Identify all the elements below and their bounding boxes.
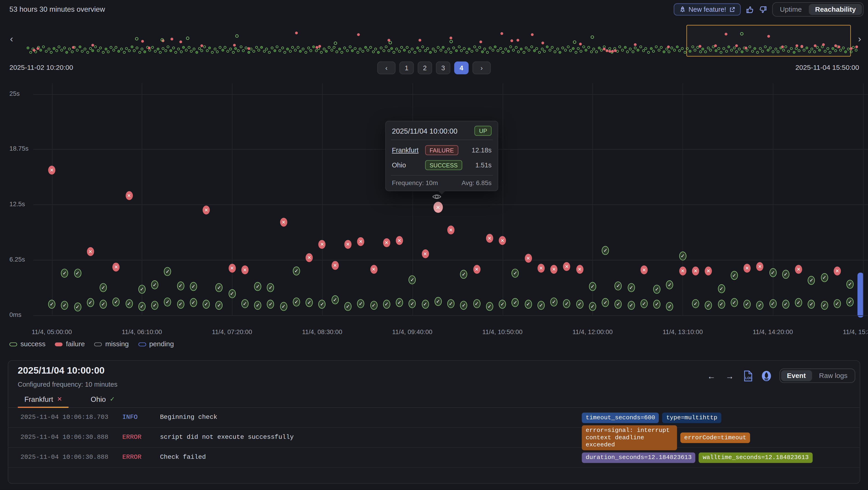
chart-point-ohio[interactable]: ✓ (48, 300, 55, 309)
chart-point-ohio[interactable]: ✓ (357, 299, 364, 308)
chart-point-ohio[interactable]: ✓ (550, 297, 557, 306)
chart-point-frankfurt[interactable]: ✕ (319, 240, 326, 249)
chart-point-frankfurt[interactable]: ✓ (164, 267, 171, 276)
chart-point-ohio[interactable]: ✓ (756, 301, 764, 310)
chart-point-frankfurt[interactable]: ✕ (473, 264, 480, 273)
chart-point-frankfurt[interactable]: ✓ (267, 283, 274, 292)
chart-point-frankfurt[interactable]: ✕ (203, 205, 210, 214)
chart-point-ohio[interactable]: ✓ (473, 299, 480, 308)
chart-point-frankfurt[interactable]: ✕ (306, 253, 313, 262)
chart-point-frankfurt[interactable]: ✓ (666, 281, 673, 290)
chart-point-frankfurt[interactable]: ✕ (641, 265, 648, 275)
chart-point-ohio[interactable]: ✓ (319, 300, 326, 309)
chart-point-frankfurt[interactable]: ✕ (433, 202, 443, 213)
chart-point-frankfurt[interactable]: ✕ (550, 264, 557, 273)
chart-point-ohio[interactable]: ✓ (821, 301, 828, 310)
chart-point-ohio[interactable]: ✓ (653, 300, 660, 309)
chart-point-ohio[interactable]: ✓ (370, 301, 377, 310)
chart-point-ohio[interactable]: ✓ (679, 252, 686, 260)
legend-item-pending[interactable]: pending (138, 340, 174, 348)
chart-point-ohio[interactable]: ✓ (344, 302, 351, 311)
chart-point-frankfurt[interactable]: ✓ (216, 283, 223, 292)
chart-point-frankfurt[interactable]: ✕ (486, 234, 493, 243)
chart-scrollbar-thumb[interactable] (858, 272, 864, 317)
thumbs-up-icon[interactable] (745, 5, 754, 13)
region-tab-frankfurt[interactable]: Frankfurt✕ (18, 391, 69, 407)
chart-point-ohio[interactable]: ✓ (306, 298, 313, 307)
chart-point-frankfurt[interactable]: ✕ (525, 254, 532, 263)
chart-point-ohio[interactable]: ✓ (666, 302, 673, 311)
chart-point-frankfurt[interactable]: ✕ (743, 264, 750, 272)
pagination-prev-button[interactable]: ‹ (377, 61, 396, 75)
chart-point-ohio[interactable]: ✓ (718, 300, 725, 309)
chart-point-ohio[interactable]: ✓ (396, 298, 403, 307)
chart-point-frankfurt[interactable]: ✕ (396, 236, 403, 245)
chart-point-ohio[interactable]: ✓ (383, 300, 390, 309)
chart-point-ohio[interactable]: ✓ (795, 298, 802, 307)
chart-point-frankfurt[interactable]: ✕ (344, 240, 351, 249)
chart-point-ohio[interactable]: ✓ (61, 301, 68, 310)
chart-point-ohio[interactable]: ✓ (834, 299, 841, 308)
chart-point-ohio[interactable]: ✓ (254, 301, 261, 310)
chart-point-ohio[interactable]: ✓ (589, 302, 596, 311)
log-tab-raw-logs[interactable]: Raw logs (813, 370, 854, 381)
log-file-icon[interactable]: LOG (743, 370, 753, 382)
chart-point-frankfurt[interactable]: ✓ (782, 270, 789, 279)
chart-point-ohio[interactable]: ✓ (525, 300, 532, 309)
chart-point-frankfurt[interactable]: ✕ (228, 264, 236, 272)
chart-point-frankfurt[interactable]: ✓ (512, 269, 519, 278)
chart-point-frankfurt[interactable]: ✓ (254, 282, 261, 291)
chart-point-ohio[interactable]: ✓ (447, 299, 455, 308)
chart-point-ohio[interactable]: ✓ (280, 302, 287, 311)
chart-point-frankfurt[interactable]: ✓ (138, 285, 146, 294)
chart-point-frankfurt[interactable]: ✓ (628, 283, 635, 292)
chart-point-ohio[interactable]: ✓ (808, 300, 815, 309)
chart-point-frankfurt[interactable]: ✕ (241, 265, 248, 275)
chart-point-ohio[interactable]: ✓ (113, 297, 120, 306)
chart-point-frankfurt[interactable]: ✓ (589, 282, 596, 291)
chart-point-frankfurt[interactable]: ✕ (537, 264, 545, 272)
chart-point-ohio[interactable]: ✓ (460, 301, 467, 310)
chart-point-ohio[interactable]: ✓ (99, 300, 107, 309)
chart-point-ohio[interactable]: ✓ (499, 300, 506, 309)
chart-point-ohio[interactable]: ✓ (576, 300, 583, 309)
chart-point-ohio[interactable]: ✓ (769, 299, 776, 308)
chart-point-frankfurt[interactable]: ✓ (718, 284, 725, 293)
chart-point-ohio[interactable]: ✓ (705, 301, 712, 310)
chart-point-frankfurt[interactable]: ✓ (808, 276, 815, 285)
chart-point-frankfurt[interactable]: ✕ (795, 264, 802, 273)
chart-point-frankfurt[interactable]: ✓ (846, 280, 854, 289)
previous-check-button[interactable]: ← (706, 371, 717, 380)
chart-point-ohio[interactable]: ✓ (641, 299, 648, 308)
chart-point-frankfurt[interactable]: ✓ (99, 283, 107, 292)
chart-point-ohio[interactable]: ✓ (151, 301, 158, 310)
chart-point-frankfurt[interactable]: ✕ (447, 226, 455, 235)
pagination-page-1[interactable]: 1 (399, 61, 414, 75)
chart-point-ohio[interactable]: ✓ (228, 289, 236, 298)
chart-point-ohio[interactable]: ✓ (164, 297, 171, 306)
chart-point-ohio[interactable]: ✓ (216, 301, 223, 310)
chart-point-frankfurt[interactable]: ✕ (48, 166, 55, 174)
chart-point-frankfurt[interactable]: ✕ (422, 250, 429, 259)
chart-point-frankfurt[interactable]: ✓ (653, 285, 660, 294)
chart-point-frankfurt[interactable]: ✓ (821, 273, 828, 282)
chart-point-frankfurt[interactable]: ✕ (383, 238, 390, 247)
chart-point-ohio[interactable]: ✓ (241, 299, 248, 308)
chart-point-ohio[interactable]: ✓ (615, 300, 622, 309)
chart-point-ohio[interactable]: ✓ (537, 301, 545, 310)
chart-point-frankfurt[interactable]: ✓ (177, 282, 184, 290)
chart-point-frankfurt[interactable]: ✕ (113, 263, 120, 272)
chart-point-frankfurt[interactable]: ✓ (190, 282, 197, 291)
pagination-page-3[interactable]: 3 (436, 61, 450, 75)
chart-point-ohio[interactable]: ✓ (332, 295, 339, 305)
tooltip-region-name[interactable]: Frankfurt (392, 146, 425, 154)
chart-point-frankfurt[interactable]: ✓ (769, 268, 776, 277)
legend-item-failure[interactable]: failure (55, 340, 85, 348)
chart-point-frankfurt[interactable]: ✕ (692, 266, 699, 275)
chart-point-frankfurt[interactable]: ✓ (293, 266, 300, 275)
chart-point-ohio[interactable]: ✓ (782, 300, 789, 309)
chart-point-ohio[interactable]: ✓ (409, 299, 416, 308)
chart-point-frankfurt[interactable]: ✕ (756, 262, 764, 271)
chart-point-frankfurt[interactable]: ✕ (332, 261, 339, 270)
chart-point-frankfurt[interactable]: ✕ (87, 247, 94, 256)
